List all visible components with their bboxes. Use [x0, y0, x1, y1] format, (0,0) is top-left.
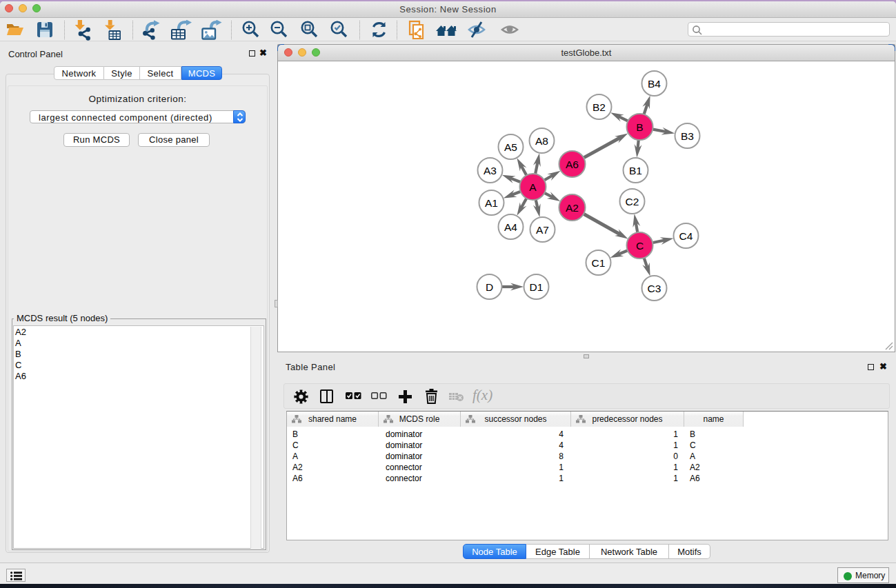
- svg-text:A1: A1: [485, 197, 498, 209]
- svg-text:D1: D1: [530, 281, 544, 293]
- svg-text:A3: A3: [484, 165, 497, 176]
- svg-text:B: B: [636, 121, 643, 133]
- svg-text:C2: C2: [626, 196, 639, 207]
- svg-text:D: D: [486, 281, 493, 293]
- svg-text:C: C: [636, 240, 644, 252]
- svg-text:A: A: [529, 181, 537, 193]
- svg-text:B4: B4: [648, 78, 661, 90]
- svg-text:C3: C3: [648, 283, 661, 294]
- svg-text:C1: C1: [592, 257, 606, 269]
- svg-text:A4: A4: [504, 221, 517, 233]
- svg-text:C4: C4: [679, 230, 693, 242]
- svg-text:A5: A5: [504, 141, 517, 153]
- svg-text:B1: B1: [629, 165, 642, 176]
- svg-text:A7: A7: [536, 224, 549, 236]
- svg-text:B3: B3: [681, 130, 694, 142]
- svg-text:A8: A8: [535, 135, 548, 147]
- svg-text:A2: A2: [566, 202, 579, 214]
- svg-text:B2: B2: [593, 101, 606, 113]
- svg-text:A6: A6: [566, 159, 579, 170]
